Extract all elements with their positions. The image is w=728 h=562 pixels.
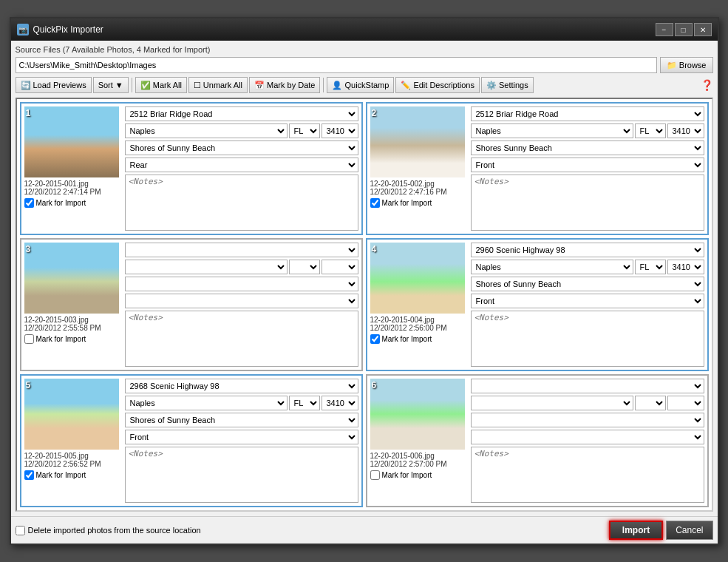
unmark-all-icon: ☐ xyxy=(194,81,201,90)
address-select-2[interactable]: 2512 Briar Ridge Road xyxy=(471,106,704,121)
neighborhood-select-4[interactable]: Shores of Sunny Beach xyxy=(471,277,704,291)
notes-textarea-1[interactable] xyxy=(125,175,358,231)
city-select-2[interactable]: Naples xyxy=(471,123,633,138)
mark-by-date-button[interactable]: 📅 Mark by Date xyxy=(249,77,320,93)
city-select-6[interactable] xyxy=(471,396,633,410)
state-select-2[interactable]: FL xyxy=(635,123,666,138)
address-row-6 xyxy=(471,379,704,393)
zip-select-4[interactable]: 34102 xyxy=(667,260,704,274)
address-select-3[interactable] xyxy=(125,243,358,257)
maximize-button[interactable]: □ xyxy=(675,23,693,36)
mark-import-checkbox-2[interactable] xyxy=(370,198,380,208)
notes-textarea-4[interactable] xyxy=(471,311,704,367)
mark-all-button[interactable]: ✅ Mark All xyxy=(135,77,187,93)
notes-textarea-3[interactable] xyxy=(125,311,358,367)
photo-thumb-1: 1 xyxy=(24,106,119,177)
window-title: QuickPix Importer xyxy=(33,24,103,35)
mark-import-label-4[interactable]: Mark for Import xyxy=(370,334,432,344)
description-select-6[interactable] xyxy=(471,430,704,444)
address-row-4: 2960 Scenic Highway 98 xyxy=(471,243,704,257)
action-buttons: Import Cancel xyxy=(609,521,713,540)
mark-import-checkbox-1[interactable] xyxy=(24,198,34,208)
help-icon[interactable]: ❓ xyxy=(701,79,713,91)
description-select-1[interactable]: Rear xyxy=(125,158,358,172)
city-state-row-6 xyxy=(471,396,704,410)
delete-label: Delete imported photos from the source l… xyxy=(28,526,201,535)
mark-import-label-1[interactable]: Mark for Import xyxy=(24,198,86,208)
mark-import-label-5[interactable]: Mark for Import xyxy=(24,470,86,480)
city-select-4[interactable]: Naples xyxy=(471,260,633,274)
description-select-3[interactable] xyxy=(125,294,358,308)
quickstamp-button[interactable]: 👤 QuickStamp xyxy=(327,77,394,93)
settings-button[interactable]: ⚙️ Settings xyxy=(481,77,534,93)
delete-checkbox[interactable] xyxy=(16,526,25,535)
description-select-2[interactable]: Front xyxy=(471,158,704,172)
city-state-row-5: Naples FL 34102 xyxy=(125,396,358,410)
zip-select-2[interactable]: 34102 xyxy=(667,123,704,138)
load-icon: 🔄 xyxy=(21,81,31,90)
neighborhood-select-1[interactable]: Shores of Sunny Beach xyxy=(125,140,358,155)
mark-import-checkbox-6[interactable] xyxy=(370,470,380,480)
neighborhood-select-5[interactable]: Shores of Sunny Beach xyxy=(125,413,358,427)
titlebar-controls: − □ ✕ xyxy=(656,23,712,36)
description-row-3 xyxy=(125,294,358,308)
mark-import-label-6[interactable]: Mark for Import xyxy=(370,470,432,480)
photo-card-4: 4 12-20-2015-004.jpg 12/20/2012 2:56:00 … xyxy=(366,238,709,371)
address-select-1[interactable]: 2512 Briar Ridge Road xyxy=(125,106,358,121)
photo-thumb-5: 5 xyxy=(24,379,119,450)
edit-descriptions-button[interactable]: ✏️ Edit Descriptions xyxy=(395,77,480,93)
mark-import-checkbox-3[interactable] xyxy=(24,334,34,344)
load-previews-button[interactable]: 🔄 Load Previews xyxy=(16,77,92,93)
state-select-6[interactable] xyxy=(635,396,666,410)
separator-2 xyxy=(323,78,324,92)
address-select-5[interactable]: 2968 Scenic Highway 98 xyxy=(125,379,358,393)
photo-datetime-2: 12/20/2012 2:47:16 PM xyxy=(370,188,447,196)
neighborhood-select-2[interactable]: Shores Sunny Beach xyxy=(471,140,704,155)
sort-arrow-icon: ▼ xyxy=(115,81,123,89)
photo-thumb-4: 4 xyxy=(370,243,465,314)
state-select-3[interactable] xyxy=(289,260,320,274)
cancel-button[interactable]: Cancel xyxy=(666,521,712,540)
zip-select-3[interactable] xyxy=(322,260,358,274)
description-row-4: Front xyxy=(471,294,704,308)
mark-import-checkbox-4[interactable] xyxy=(370,334,380,344)
state-select-5[interactable]: FL xyxy=(289,396,320,410)
photo-number-6: 6 xyxy=(372,380,377,390)
browse-button[interactable]: 📁 Browse xyxy=(660,57,713,73)
zip-select-1[interactable]: 34102 xyxy=(322,123,358,138)
mark-import-checkbox-5[interactable] xyxy=(24,470,34,480)
sort-button[interactable]: Sort ▼ xyxy=(93,77,129,93)
photo-number-1: 1 xyxy=(26,108,31,118)
close-button[interactable]: ✕ xyxy=(694,23,712,36)
source-label: Source Files (7 Available Photos, 4 Mark… xyxy=(16,45,713,54)
photo-card-5: 5 12-20-2015-005.jpg 12/20/2012 2:56:52 … xyxy=(20,374,363,507)
city-select-5[interactable]: Naples xyxy=(125,396,288,410)
zip-select-6[interactable] xyxy=(667,396,704,410)
path-input[interactable] xyxy=(16,57,657,73)
delete-check: Delete imported photos from the source l… xyxy=(16,526,201,535)
state-select-4[interactable]: FL xyxy=(635,260,666,274)
state-select-1[interactable]: FL xyxy=(289,123,320,138)
city-select-1[interactable]: Naples xyxy=(125,123,288,138)
photo-filename-6: 12-20-2015-006.jpg xyxy=(370,452,435,460)
description-select-4[interactable]: Front xyxy=(471,294,704,308)
titlebar-left: 📷 QuickPix Importer xyxy=(17,24,103,35)
description-select-5[interactable]: Front xyxy=(125,430,358,444)
mark-import-label-2[interactable]: Mark for Import xyxy=(370,198,432,208)
mark-import-label-3[interactable]: Mark for Import xyxy=(24,334,86,344)
address-select-6[interactable] xyxy=(471,379,704,393)
address-select-4[interactable]: 2960 Scenic Highway 98 xyxy=(471,243,704,257)
photo-number-4: 4 xyxy=(372,244,377,254)
address-row-1: 2512 Briar Ridge Road xyxy=(125,106,358,121)
minimize-button[interactable]: − xyxy=(656,23,673,36)
notes-textarea-6[interactable] xyxy=(471,447,704,503)
import-button[interactable]: Import xyxy=(609,521,663,540)
notes-textarea-2[interactable] xyxy=(471,175,704,231)
neighborhood-select-3[interactable] xyxy=(125,277,358,291)
city-select-3[interactable] xyxy=(125,260,288,274)
unmark-all-button[interactable]: ☐ Unmark All xyxy=(188,77,248,93)
neighborhood-select-6[interactable] xyxy=(471,413,704,427)
zip-select-5[interactable]: 34102 xyxy=(322,396,358,410)
photo-right-2: 2512 Briar Ridge Road Naples FL 34102 Sh… xyxy=(471,106,704,231)
notes-textarea-5[interactable] xyxy=(125,447,358,503)
